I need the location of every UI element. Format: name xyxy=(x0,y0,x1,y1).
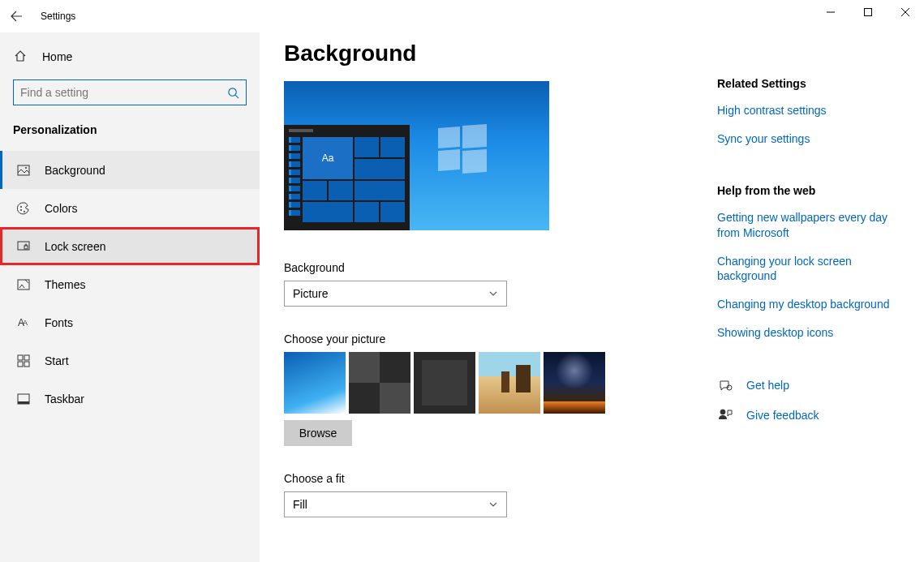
svg-rect-2 xyxy=(18,165,29,175)
browse-button[interactable]: Browse xyxy=(284,420,352,446)
maximize-button[interactable] xyxy=(849,0,887,24)
titlebar: Settings xyxy=(0,0,924,32)
home-icon xyxy=(14,49,28,64)
background-label: Background xyxy=(284,261,693,274)
palette-icon xyxy=(16,202,31,215)
back-arrow-icon xyxy=(10,10,23,23)
feedback-icon xyxy=(717,408,733,423)
nav-themes[interactable]: Themes xyxy=(0,265,260,303)
nav-fonts-label: Fonts xyxy=(45,316,73,329)
link-get-help[interactable]: Get help xyxy=(746,378,789,393)
link-sync-settings[interactable]: Sync your settings xyxy=(717,131,908,147)
picture-thumb-4[interactable] xyxy=(479,352,540,414)
link-high-contrast[interactable]: High contrast settings xyxy=(717,103,908,118)
search-input[interactable] xyxy=(20,86,227,99)
chevron-down-icon xyxy=(488,289,498,298)
window-title: Settings xyxy=(41,11,75,22)
picture-thumb-3[interactable] xyxy=(414,352,475,414)
link-lockscreen-bg[interactable]: Changing your lock screen background xyxy=(717,254,908,285)
svg-rect-11 xyxy=(24,355,29,360)
sidebar: Home Personalization Background Colors L… xyxy=(0,32,260,562)
picture-thumb-1[interactable] xyxy=(284,352,346,414)
nav-lock-screen[interactable]: Lock screen xyxy=(0,227,260,265)
picture-thumb-2[interactable] xyxy=(349,352,410,414)
related-heading: Related Settings xyxy=(717,77,908,90)
minimize-icon xyxy=(827,8,835,16)
search-box[interactable] xyxy=(13,79,247,105)
aside-panel: Related Settings High contrast settings … xyxy=(717,32,924,562)
fit-value: Fill xyxy=(293,498,307,511)
start-icon xyxy=(16,354,31,367)
windows-logo-icon xyxy=(438,125,487,174)
nav-colors-label: Colors xyxy=(45,202,77,215)
nav-themes-label: Themes xyxy=(45,278,86,291)
fit-select[interactable]: Fill xyxy=(284,491,507,517)
svg-rect-12 xyxy=(18,362,23,367)
close-button[interactable] xyxy=(887,0,924,24)
nav-background-label: Background xyxy=(45,164,105,177)
page-title: Background xyxy=(284,41,693,66)
nav-taskbar-label: Taskbar xyxy=(45,393,84,405)
picture-thumb-5[interactable] xyxy=(544,352,605,414)
preview-sample-text: Aa xyxy=(303,137,353,179)
back-button[interactable] xyxy=(0,0,32,32)
svg-rect-13 xyxy=(24,362,29,367)
main-content: Background Aa Backgroun xyxy=(260,32,717,562)
svg-point-6 xyxy=(24,211,25,212)
get-help-icon xyxy=(717,379,733,393)
desktop-preview: Aa xyxy=(284,81,549,230)
close-icon xyxy=(901,8,909,16)
fit-label: Choose a fit xyxy=(284,472,693,485)
nav-start[interactable]: Start xyxy=(0,341,260,380)
home-label: Home xyxy=(42,50,72,63)
picture-icon xyxy=(16,164,31,177)
search-icon xyxy=(227,87,239,99)
taskbar-icon xyxy=(16,393,31,405)
link-wallpapers[interactable]: Getting new wallpapers every day from Mi… xyxy=(717,210,908,241)
choose-picture-label: Choose your picture xyxy=(284,332,693,345)
preview-start-panel: Aa xyxy=(284,125,410,230)
fonts-icon: AA xyxy=(16,317,31,328)
svg-point-3 xyxy=(25,167,27,169)
svg-point-5 xyxy=(20,209,22,211)
nav-lock-screen-label: Lock screen xyxy=(45,240,105,253)
section-title: Personalization xyxy=(0,117,260,151)
chevron-down-icon xyxy=(488,500,498,509)
nav-start-label: Start xyxy=(45,354,69,367)
svg-rect-10 xyxy=(18,355,23,360)
nav-colors[interactable]: Colors xyxy=(0,189,260,227)
svg-point-4 xyxy=(20,206,22,208)
svg-rect-9 xyxy=(18,280,29,290)
link-give-feedback[interactable]: Give feedback xyxy=(746,408,819,423)
svg-point-1 xyxy=(229,88,236,95)
link-desktop-bg[interactable]: Changing my desktop background xyxy=(717,297,908,312)
picture-thumbnails xyxy=(284,352,693,414)
maximize-icon xyxy=(864,8,872,16)
link-desktop-icons[interactable]: Showing desktop icons xyxy=(717,325,908,341)
svg-rect-8 xyxy=(24,246,28,249)
window-controls xyxy=(812,0,924,24)
background-value: Picture xyxy=(293,287,329,300)
help-heading: Help from the web xyxy=(717,184,908,197)
svg-point-17 xyxy=(720,410,725,414)
home-nav[interactable]: Home xyxy=(0,41,260,73)
nav-fonts[interactable]: AA Fonts xyxy=(0,303,260,341)
svg-rect-0 xyxy=(865,9,872,16)
lock-screen-icon xyxy=(16,240,31,253)
svg-rect-15 xyxy=(18,401,29,404)
themes-icon xyxy=(16,278,31,291)
nav-taskbar[interactable]: Taskbar xyxy=(0,380,260,418)
nav-background[interactable]: Background xyxy=(0,151,260,189)
background-select[interactable]: Picture xyxy=(284,281,507,307)
minimize-button[interactable] xyxy=(812,0,849,24)
